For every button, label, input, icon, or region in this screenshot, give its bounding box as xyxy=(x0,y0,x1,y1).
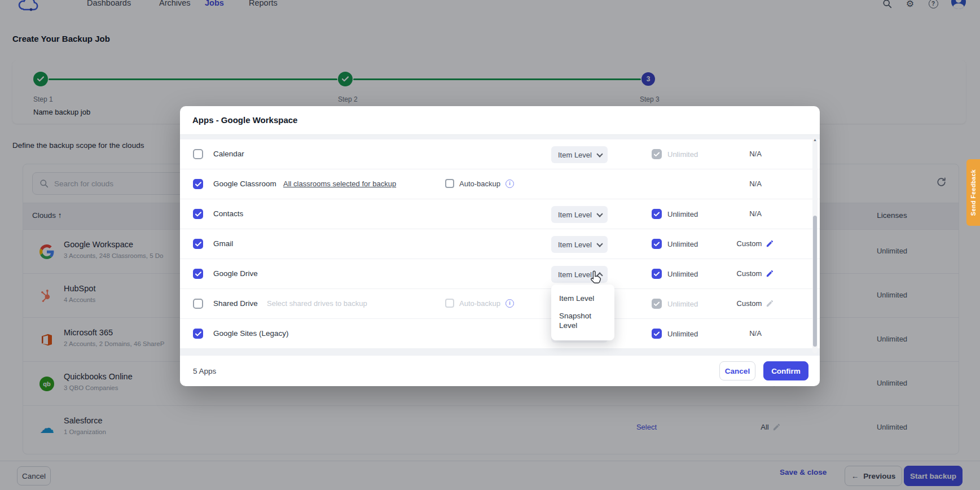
app-row-gmail: Gmail Item Level Unlimited Custom xyxy=(180,229,820,259)
auto-backup-toggle: Auto-backup i xyxy=(445,179,514,188)
app-name: Google Sites (Legacy) xyxy=(213,329,289,338)
unlimited-checkbox[interactable] xyxy=(652,239,662,249)
app-checkbox[interactable] xyxy=(193,239,203,249)
retention-value: N/A xyxy=(716,209,795,218)
unlimited-toggle: Unlimited xyxy=(652,209,698,219)
app-name: Contacts xyxy=(213,209,243,218)
modal-confirm-button[interactable]: Confirm xyxy=(763,361,808,380)
dropdown-option-snapshot-level[interactable]: Snapshot Level xyxy=(551,308,614,335)
info-icon[interactable]: i xyxy=(506,299,514,308)
modal-cancel-button[interactable]: Cancel xyxy=(719,361,755,380)
app-row-shared-drive: Shared Drive Select shared drives to bac… xyxy=(180,289,820,319)
dropdown-option-item-level[interactable]: Item Level xyxy=(551,290,614,308)
mouse-cursor-hand xyxy=(590,270,603,286)
edit-pencil-icon xyxy=(766,299,774,308)
export-type-dropdown[interactable]: Item Level xyxy=(551,236,608,253)
app-name: Google Drive xyxy=(213,269,258,278)
unlimited-checkbox[interactable] xyxy=(652,149,662,159)
app-row-google-drive: Google Drive Item Level Unlimited Custom xyxy=(180,259,820,289)
scrollbar-thumb[interactable] xyxy=(813,216,817,347)
send-feedback-tab[interactable]: Send Feedback xyxy=(966,159,980,226)
chevron-down-icon xyxy=(596,240,603,247)
app-row-google-classroom: Google Classroom All classrooms selected… xyxy=(180,169,820,199)
export-type-dropdown-menu: Item Level Snapshot Level xyxy=(551,285,614,340)
app-checkbox[interactable] xyxy=(193,269,203,279)
app-name: Gmail xyxy=(213,239,233,248)
unlimited-checkbox[interactable] xyxy=(652,329,662,339)
retention-value: Custom xyxy=(716,239,795,248)
edit-pencil-icon[interactable] xyxy=(766,269,774,278)
auto-backup-toggle: Auto-backup i xyxy=(445,299,514,308)
unlimited-toggle: Unlimited xyxy=(652,149,698,159)
unlimited-checkbox[interactable] xyxy=(652,209,662,219)
unlimited-toggle: Unlimited xyxy=(652,239,698,249)
retention-value: Custom xyxy=(716,269,795,278)
retention-value: Custom xyxy=(716,299,795,308)
chevron-down-icon xyxy=(596,151,603,157)
app-row-calendar: Calendar Item Level Unlimited N/A xyxy=(180,139,820,169)
retention-value: N/A xyxy=(716,329,795,338)
app-checkbox[interactable] xyxy=(193,179,203,189)
modal-footer: 5 Apps Cancel Confirm xyxy=(180,356,820,386)
modal-scrollbar[interactable]: ▲ xyxy=(812,137,818,353)
retention-value: N/A xyxy=(716,150,795,158)
edit-pencil-icon[interactable] xyxy=(766,239,774,248)
modal-title: Apps - Google Workspace xyxy=(192,115,297,125)
select-shared-drives-link: Select shared drives to backup xyxy=(267,299,367,308)
app-name: Calendar xyxy=(213,150,244,158)
app-checkbox[interactable] xyxy=(193,329,203,339)
app-row-google-sites: Google Sites (Legacy) Item Level Unlimit… xyxy=(180,319,820,349)
apps-modal: Apps - Google Workspace Calendar Item Le… xyxy=(180,106,820,386)
auto-backup-checkbox[interactable] xyxy=(445,179,454,188)
info-icon[interactable]: i xyxy=(506,180,514,188)
unlimited-toggle: Unlimited xyxy=(652,329,698,339)
app-checkbox[interactable] xyxy=(193,149,203,159)
scroll-up-icon[interactable]: ▲ xyxy=(812,138,818,142)
apps-table: Calendar Item Level Unlimited N/A Google… xyxy=(180,134,820,356)
unlimited-toggle: Unlimited xyxy=(652,299,698,309)
chevron-down-icon xyxy=(596,211,603,217)
unlimited-toggle: Unlimited xyxy=(652,269,698,279)
app-name: Shared Drive xyxy=(213,299,258,308)
app-root: Dashboards Archives Jobs Reports ⚙ ? Cre… xyxy=(0,0,980,490)
app-name: Google Classroom xyxy=(213,180,276,188)
export-type-dropdown[interactable]: Item Level xyxy=(551,206,608,223)
auto-backup-checkbox xyxy=(445,299,454,308)
classrooms-selected-link[interactable]: All classrooms selected for backup xyxy=(283,180,396,188)
retention-value: N/A xyxy=(716,180,795,188)
app-checkbox[interactable] xyxy=(193,209,203,219)
unlimited-checkbox xyxy=(652,299,662,309)
export-type-dropdown[interactable]: Item Level xyxy=(551,146,608,163)
apps-count: 5 Apps xyxy=(193,367,719,375)
app-checkbox[interactable] xyxy=(193,299,203,309)
unlimited-checkbox[interactable] xyxy=(652,269,662,279)
app-row-contacts: Contacts Item Level Unlimited N/A xyxy=(180,199,820,229)
